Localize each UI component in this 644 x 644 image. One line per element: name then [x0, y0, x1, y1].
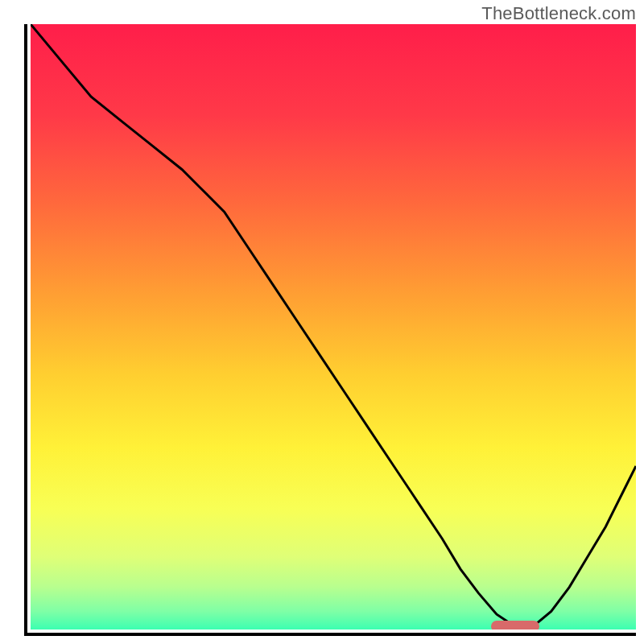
- chart-container: TheBottleneck.com: [0, 0, 644, 644]
- plot-frame: [24, 24, 636, 636]
- highlight-marker: [491, 621, 539, 630]
- watermark-text: TheBottleneck.com: [481, 3, 636, 24]
- plot-area: [31, 24, 636, 630]
- curve-line: [31, 24, 636, 630]
